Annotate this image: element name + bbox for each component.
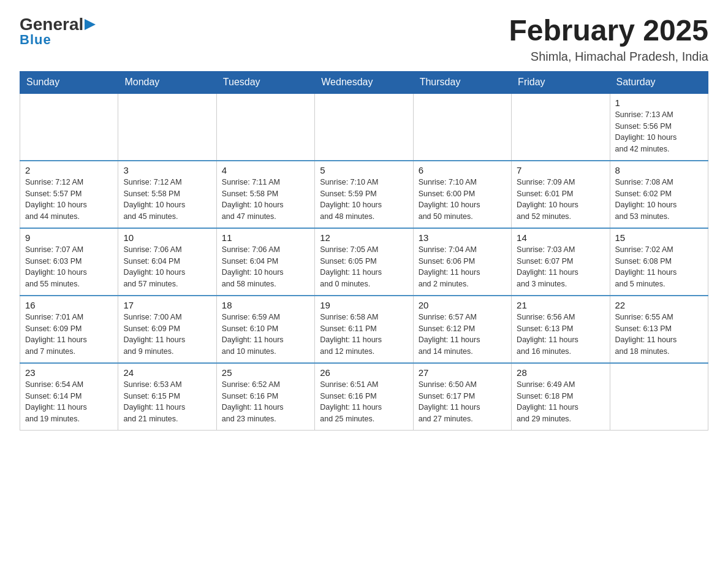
day-info: Sunrise: 7:13 AM Sunset: 5:56 PM Dayligh… bbox=[615, 109, 703, 155]
calendar-cell bbox=[315, 93, 413, 161]
day-number: 8 bbox=[615, 165, 703, 175]
day-info: Sunrise: 7:08 AM Sunset: 6:02 PM Dayligh… bbox=[615, 177, 703, 223]
day-info: Sunrise: 6:49 AM Sunset: 6:18 PM Dayligh… bbox=[517, 379, 604, 425]
calendar-cell: 3Sunrise: 7:12 AM Sunset: 5:58 PM Daylig… bbox=[118, 161, 216, 228]
day-number: 10 bbox=[123, 232, 211, 243]
header-wednesday: Wednesday bbox=[315, 71, 413, 93]
calendar-cell: 13Sunrise: 7:04 AM Sunset: 6:06 PM Dayli… bbox=[413, 228, 511, 296]
calendar-cell: 28Sunrise: 6:49 AM Sunset: 6:18 PM Dayli… bbox=[512, 363, 610, 431]
calendar-cell: 12Sunrise: 7:05 AM Sunset: 6:05 PM Dayli… bbox=[315, 228, 413, 296]
calendar-cell: 19Sunrise: 6:58 AM Sunset: 6:11 PM Dayli… bbox=[315, 296, 413, 363]
page-subtitle: Shimla, Himachal Pradesh, India bbox=[509, 50, 708, 64]
day-number: 17 bbox=[123, 300, 211, 310]
logo-arrow-icon bbox=[85, 19, 96, 30]
day-number: 21 bbox=[517, 300, 604, 310]
day-info: Sunrise: 6:51 AM Sunset: 6:16 PM Dayligh… bbox=[320, 379, 408, 425]
day-number: 15 bbox=[615, 232, 703, 243]
calendar-cell: 7Sunrise: 7:09 AM Sunset: 6:01 PM Daylig… bbox=[512, 161, 610, 228]
day-number: 24 bbox=[123, 367, 211, 378]
calendar-week-row: 16Sunrise: 7:01 AM Sunset: 6:09 PM Dayli… bbox=[20, 296, 708, 363]
day-number: 5 bbox=[320, 165, 408, 175]
header-thursday: Thursday bbox=[413, 71, 511, 93]
calendar-cell: 23Sunrise: 6:54 AM Sunset: 6:14 PM Dayli… bbox=[20, 363, 118, 431]
calendar-cell: 5Sunrise: 7:10 AM Sunset: 5:59 PM Daylig… bbox=[315, 161, 413, 228]
header-saturday: Saturday bbox=[610, 71, 708, 93]
day-info: Sunrise: 6:56 AM Sunset: 6:13 PM Dayligh… bbox=[517, 312, 604, 358]
day-number: 1 bbox=[615, 98, 703, 108]
day-info: Sunrise: 7:10 AM Sunset: 6:00 PM Dayligh… bbox=[419, 177, 506, 223]
calendar-cell: 27Sunrise: 6:50 AM Sunset: 6:17 PM Dayli… bbox=[413, 363, 511, 431]
day-info: Sunrise: 7:03 AM Sunset: 6:07 PM Dayligh… bbox=[517, 244, 604, 290]
calendar-cell: 8Sunrise: 7:08 AM Sunset: 6:02 PM Daylig… bbox=[610, 161, 708, 228]
day-number: 13 bbox=[419, 232, 506, 243]
day-number: 12 bbox=[320, 232, 408, 243]
day-info: Sunrise: 7:04 AM Sunset: 6:06 PM Dayligh… bbox=[419, 244, 506, 290]
logo: General Blue bbox=[20, 15, 96, 48]
calendar-cell bbox=[512, 93, 610, 161]
day-info: Sunrise: 6:52 AM Sunset: 6:16 PM Dayligh… bbox=[222, 379, 309, 425]
day-number: 20 bbox=[419, 300, 506, 310]
day-number: 9 bbox=[25, 232, 113, 243]
day-number: 4 bbox=[222, 165, 309, 175]
day-info: Sunrise: 7:00 AM Sunset: 6:09 PM Dayligh… bbox=[123, 312, 211, 358]
day-info: Sunrise: 6:58 AM Sunset: 6:11 PM Dayligh… bbox=[320, 312, 408, 358]
calendar-cell: 11Sunrise: 7:06 AM Sunset: 6:04 PM Dayli… bbox=[216, 228, 314, 296]
page-header: General Blue February 2025 Shimla, Himac… bbox=[20, 15, 708, 64]
header-friday: Friday bbox=[512, 71, 610, 93]
calendar-week-row: 1Sunrise: 7:13 AM Sunset: 5:56 PM Daylig… bbox=[20, 93, 708, 161]
calendar-week-row: 23Sunrise: 6:54 AM Sunset: 6:14 PM Dayli… bbox=[20, 363, 708, 431]
day-number: 19 bbox=[320, 300, 408, 310]
day-number: 26 bbox=[320, 367, 408, 378]
title-block: February 2025 Shimla, Himachal Pradesh, … bbox=[509, 15, 708, 64]
calendar-cell: 1Sunrise: 7:13 AM Sunset: 5:56 PM Daylig… bbox=[610, 93, 708, 161]
day-number: 14 bbox=[517, 232, 604, 243]
day-info: Sunrise: 6:53 AM Sunset: 6:15 PM Dayligh… bbox=[123, 379, 211, 425]
day-info: Sunrise: 7:12 AM Sunset: 5:57 PM Dayligh… bbox=[25, 177, 113, 223]
day-info: Sunrise: 6:55 AM Sunset: 6:13 PM Dayligh… bbox=[615, 312, 703, 358]
day-info: Sunrise: 7:05 AM Sunset: 6:05 PM Dayligh… bbox=[320, 244, 408, 290]
calendar-cell bbox=[216, 93, 314, 161]
day-info: Sunrise: 7:06 AM Sunset: 6:04 PM Dayligh… bbox=[222, 244, 309, 290]
day-info: Sunrise: 6:54 AM Sunset: 6:14 PM Dayligh… bbox=[25, 379, 113, 425]
header-sunday: Sunday bbox=[20, 71, 118, 93]
calendar-table: Sunday Monday Tuesday Wednesday Thursday… bbox=[20, 71, 708, 431]
day-number: 28 bbox=[517, 367, 604, 378]
calendar-cell: 22Sunrise: 6:55 AM Sunset: 6:13 PM Dayli… bbox=[610, 296, 708, 363]
page-title: February 2025 bbox=[509, 15, 708, 47]
day-info: Sunrise: 7:01 AM Sunset: 6:09 PM Dayligh… bbox=[25, 312, 113, 358]
day-number: 6 bbox=[419, 165, 506, 175]
calendar-cell: 20Sunrise: 6:57 AM Sunset: 6:12 PM Dayli… bbox=[413, 296, 511, 363]
calendar-week-row: 2Sunrise: 7:12 AM Sunset: 5:57 PM Daylig… bbox=[20, 161, 708, 228]
calendar-cell: 14Sunrise: 7:03 AM Sunset: 6:07 PM Dayli… bbox=[512, 228, 610, 296]
day-number: 7 bbox=[517, 165, 604, 175]
calendar-cell bbox=[413, 93, 511, 161]
day-info: Sunrise: 7:12 AM Sunset: 5:58 PM Dayligh… bbox=[123, 177, 211, 223]
calendar-cell: 9Sunrise: 7:07 AM Sunset: 6:03 PM Daylig… bbox=[20, 228, 118, 296]
day-number: 18 bbox=[222, 300, 309, 310]
day-number: 27 bbox=[419, 367, 506, 378]
day-info: Sunrise: 7:10 AM Sunset: 5:59 PM Dayligh… bbox=[320, 177, 408, 223]
calendar-cell: 6Sunrise: 7:10 AM Sunset: 6:00 PM Daylig… bbox=[413, 161, 511, 228]
calendar-cell: 17Sunrise: 7:00 AM Sunset: 6:09 PM Dayli… bbox=[118, 296, 216, 363]
header-tuesday: Tuesday bbox=[216, 71, 314, 93]
day-info: Sunrise: 6:59 AM Sunset: 6:10 PM Dayligh… bbox=[222, 312, 309, 358]
day-number: 22 bbox=[615, 300, 703, 310]
calendar-cell: 24Sunrise: 6:53 AM Sunset: 6:15 PM Dayli… bbox=[118, 363, 216, 431]
day-number: 25 bbox=[222, 367, 309, 378]
day-info: Sunrise: 7:09 AM Sunset: 6:01 PM Dayligh… bbox=[517, 177, 604, 223]
calendar-cell: 4Sunrise: 7:11 AM Sunset: 5:58 PM Daylig… bbox=[216, 161, 314, 228]
calendar-cell bbox=[610, 363, 708, 431]
day-number: 16 bbox=[25, 300, 113, 310]
calendar-cell: 26Sunrise: 6:51 AM Sunset: 6:16 PM Dayli… bbox=[315, 363, 413, 431]
calendar-cell: 15Sunrise: 7:02 AM Sunset: 6:08 PM Dayli… bbox=[610, 228, 708, 296]
calendar-cell bbox=[20, 93, 118, 161]
header-monday: Monday bbox=[118, 71, 216, 93]
svg-marker-0 bbox=[85, 19, 96, 30]
calendar-cell: 10Sunrise: 7:06 AM Sunset: 6:04 PM Dayli… bbox=[118, 228, 216, 296]
day-number: 23 bbox=[25, 367, 113, 378]
calendar-cell: 21Sunrise: 6:56 AM Sunset: 6:13 PM Dayli… bbox=[512, 296, 610, 363]
day-info: Sunrise: 7:11 AM Sunset: 5:58 PM Dayligh… bbox=[222, 177, 309, 223]
calendar-cell: 25Sunrise: 6:52 AM Sunset: 6:16 PM Dayli… bbox=[216, 363, 314, 431]
day-info: Sunrise: 6:57 AM Sunset: 6:12 PM Dayligh… bbox=[419, 312, 506, 358]
calendar-cell: 2Sunrise: 7:12 AM Sunset: 5:57 PM Daylig… bbox=[20, 161, 118, 228]
